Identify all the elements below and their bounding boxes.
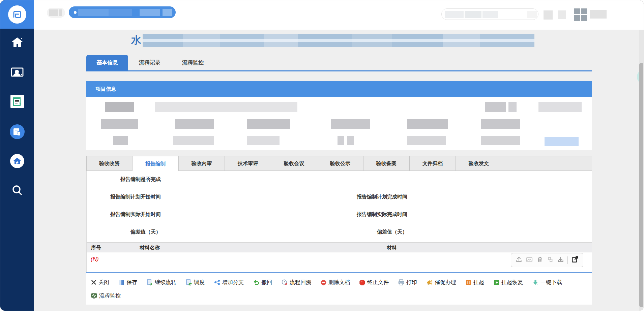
redacted-text bbox=[465, 11, 481, 18]
add-branch-button[interactable]: 增加分支 bbox=[214, 279, 244, 286]
stage-tab-1[interactable]: 报告编制 bbox=[133, 156, 179, 172]
home-star-icon[interactable] bbox=[10, 154, 24, 168]
save-button[interactable]: 保存 bbox=[118, 279, 137, 286]
resume-icon bbox=[493, 279, 500, 286]
project-info-title: 项目信息 bbox=[96, 86, 116, 92]
print-button[interactable]: 打印 bbox=[398, 279, 417, 286]
redacted-text bbox=[109, 9, 132, 16]
redacted-text bbox=[78, 9, 109, 16]
stage-tab-4[interactable]: 验收会议 bbox=[271, 156, 317, 170]
stage-tab-2[interactable]: 验收内审 bbox=[179, 156, 225, 170]
close-button[interactable]: 关闭 bbox=[91, 279, 109, 286]
main-tab-bar: 基本信息 流程记录 流程监控 bbox=[86, 55, 214, 70]
process-monitor-icon bbox=[91, 292, 97, 299]
app-logo[interactable] bbox=[0, 0, 34, 29]
stage-tab-bar: 验收收资 报告编制 验收内审 技术审评 验收会议 验收公示 验收备案 文件归档 … bbox=[86, 156, 592, 171]
upload-icon[interactable] bbox=[515, 256, 523, 265]
stage-tab-8[interactable]: 验收发文 bbox=[456, 156, 502, 170]
process-monitor-button[interactable]: 流程监控 bbox=[91, 292, 121, 300]
redacted-text bbox=[445, 11, 464, 18]
redacted-text bbox=[173, 136, 214, 145]
sidebar bbox=[0, 0, 34, 311]
redacted-text bbox=[481, 136, 520, 145]
table-empty-marker: (N) bbox=[91, 256, 99, 262]
flow-backtrack-icon bbox=[281, 279, 288, 286]
app-grid-icon[interactable] bbox=[574, 8, 587, 21]
scrollbar-track[interactable] bbox=[639, 30, 644, 311]
document-stamp-icon[interactable] bbox=[10, 124, 25, 139]
redacted-text bbox=[538, 102, 582, 112]
open-external-icon[interactable] bbox=[571, 255, 579, 265]
document-icon[interactable] bbox=[10, 95, 24, 108]
redacted-text bbox=[527, 11, 537, 18]
continue-flow-button[interactable]: 继续流转 bbox=[146, 279, 176, 286]
button-label: 打印 bbox=[406, 279, 417, 286]
redacted-text bbox=[407, 119, 448, 129]
topbar-tab-collapsed[interactable] bbox=[47, 8, 65, 18]
document-title-prefix: 水 bbox=[131, 33, 141, 47]
toolbar-divider bbox=[567, 256, 568, 264]
home-icon[interactable] bbox=[10, 35, 24, 49]
stage-tab-0[interactable]: 验收收资 bbox=[86, 156, 133, 170]
trash-icon[interactable] bbox=[536, 256, 544, 265]
download-icon[interactable] bbox=[557, 256, 564, 265]
search-icon[interactable] bbox=[10, 184, 24, 197]
topbar-search-input[interactable] bbox=[441, 8, 538, 20]
user-monitor-icon[interactable] bbox=[10, 66, 24, 80]
redacted-text bbox=[59, 9, 62, 16]
stage-tab-3[interactable]: 技术审评 bbox=[225, 156, 271, 170]
button-label: 删除文档 bbox=[328, 279, 350, 286]
field-label: 偏差值（天） bbox=[320, 229, 407, 235]
stage-tab-label: 验收备案 bbox=[376, 160, 397, 167]
redacted-link[interactable] bbox=[545, 137, 579, 146]
redacted-text bbox=[247, 136, 280, 145]
terminate-file-button[interactable]: 终止文件 bbox=[359, 279, 389, 286]
download-all-button[interactable]: 一键下载 bbox=[532, 279, 562, 286]
flow-backtrack-button[interactable]: 流程回溯 bbox=[281, 279, 311, 286]
redacted-text bbox=[347, 136, 354, 145]
tab-label: 基本信息 bbox=[96, 59, 118, 66]
tab-underline bbox=[86, 70, 592, 71]
suspend-button[interactable]: 挂起 bbox=[465, 279, 484, 286]
topbar-active-tab[interactable] bbox=[69, 6, 176, 18]
stage-tab-6[interactable]: 验收备案 bbox=[363, 156, 410, 170]
swap-icon[interactable] bbox=[547, 256, 554, 265]
redacted-text bbox=[482, 11, 498, 18]
field-label: 报告编制计划完成时间 bbox=[320, 194, 407, 200]
redacted-text bbox=[113, 136, 128, 145]
redacted-text bbox=[338, 136, 344, 145]
tab-process-record[interactable]: 流程记录 bbox=[128, 55, 171, 70]
actions-row-1: 关闭 保存 继续流转 调度 增加分支 撤回 bbox=[91, 277, 562, 287]
stage-tab-5[interactable]: 验收公示 bbox=[317, 156, 363, 170]
field-label: 报告编制实际开始时间 bbox=[93, 211, 161, 218]
dispatch-button[interactable]: 调度 bbox=[185, 279, 205, 286]
tab-process-monitor[interactable]: 流程监控 bbox=[171, 55, 214, 70]
topbar-button-1[interactable] bbox=[544, 10, 553, 20]
scrollbar-thumb[interactable] bbox=[639, 63, 643, 307]
button-label: 调度 bbox=[194, 279, 205, 286]
button-label: 保存 bbox=[126, 279, 137, 286]
column-header-name: 材料名称 bbox=[140, 245, 160, 251]
redacted-text bbox=[140, 9, 160, 16]
redacted-text bbox=[508, 102, 517, 112]
actions-divider bbox=[86, 272, 592, 273]
delete-doc-button[interactable]: 删除文档 bbox=[320, 279, 350, 286]
redacted-text bbox=[163, 9, 172, 16]
folder-image-icon[interactable] bbox=[526, 256, 533, 265]
redacted-text bbox=[101, 119, 138, 129]
resume-button[interactable]: 挂起恢复 bbox=[493, 279, 523, 286]
urge-button[interactable]: 催促办理 bbox=[426, 279, 456, 286]
actions-row-2: 流程监控 bbox=[91, 291, 121, 301]
button-label: 流程回溯 bbox=[290, 279, 311, 286]
withdraw-button[interactable]: 撤回 bbox=[253, 279, 272, 286]
project-info-header: 项目信息 bbox=[86, 81, 592, 97]
stage-tab-label: 验收发文 bbox=[469, 160, 489, 167]
topbar-user-area[interactable] bbox=[590, 10, 607, 19]
suspend-icon bbox=[465, 279, 472, 286]
stage-tab-7[interactable]: 文件归档 bbox=[410, 156, 456, 170]
save-icon bbox=[118, 279, 125, 286]
topbar-button-2[interactable] bbox=[558, 10, 566, 19]
column-header-index: 序号 bbox=[91, 245, 101, 251]
tab-basic-info[interactable]: 基本信息 bbox=[86, 55, 128, 70]
button-label: 增加分支 bbox=[222, 279, 244, 286]
